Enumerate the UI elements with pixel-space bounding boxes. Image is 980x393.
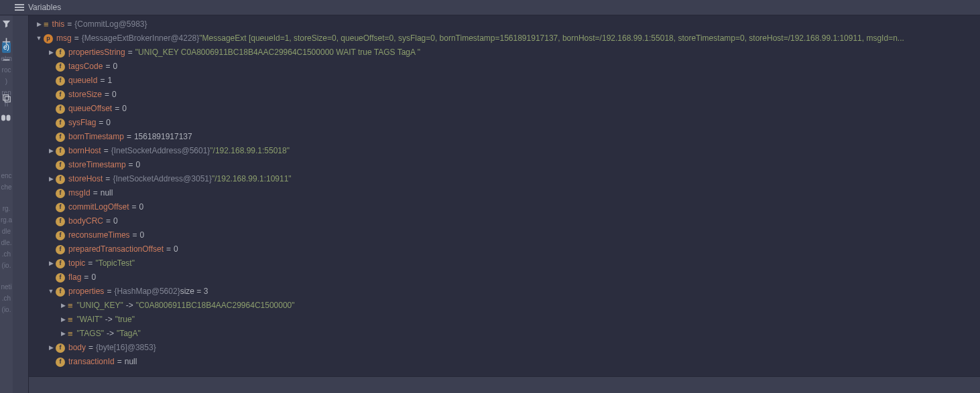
svg-rect-2 — [1, 114, 5, 121]
variable-row[interactable]: ▶fqueueId = 1 — [29, 74, 980, 88]
map-value: "C0A8006911BC18B4AAC29964C1500000" — [136, 299, 295, 313]
variable-row[interactable]: ▶≡"TAGS" -> "TagA" — [29, 327, 980, 341]
variable-row[interactable]: ▼fproperties = {HashMap@5602} size = 3 — [29, 285, 980, 299]
field-badge-icon: f — [56, 273, 65, 283]
numeric-value: 0 — [140, 228, 145, 242]
variable-row[interactable]: ▶≡"WAIT" -> "true" — [29, 313, 980, 327]
variable-name: bornTimestamp — [68, 130, 124, 144]
variable-name: propertiesString — [68, 46, 125, 60]
field-badge-icon: f — [56, 287, 65, 297]
chevron-right-icon[interactable]: ▶ — [46, 341, 56, 355]
field-badge-icon: f — [56, 245, 65, 254]
string-value: "/192.168.99.1:10911" — [212, 172, 292, 186]
map-key: "TAGS" — [77, 327, 104, 341]
inline-icon[interactable] — [1, 112, 11, 123]
svg-rect-0 — [3, 94, 8, 100]
no-arrow: ▶ — [46, 270, 56, 285]
field-badge-icon: f — [56, 90, 65, 100]
chevron-right-icon[interactable]: ▶ — [58, 327, 68, 341]
field-badge-icon: f — [56, 343, 65, 353]
field-badge-icon: f — [56, 133, 65, 142]
chevron-right-icon[interactable]: ▶ — [58, 313, 68, 327]
filter-icon[interactable] — [1, 19, 11, 29]
numeric-value: 0 — [139, 200, 144, 214]
variable-row[interactable]: ▶fpreparedTransactionOffset = 0 — [29, 242, 980, 256]
chevron-down-icon[interactable]: ▼ — [46, 285, 56, 299]
object-summary: {HashMap@5602} — [114, 285, 180, 299]
variable-name: topic — [68, 256, 85, 270]
variable-name: reconsumeTimes — [68, 228, 130, 242]
no-arrow: ▶ — [46, 158, 56, 172]
variable-name: queueOffset — [68, 102, 112, 116]
no-arrow: ▶ — [46, 130, 56, 144]
variable-row[interactable]: ▶freconsumeTimes = 0 — [29, 228, 980, 242]
field-badge-icon: f — [56, 217, 65, 226]
variable-row[interactable]: ▶fstoreTimestamp = 0 — [29, 158, 980, 172]
variable-row[interactable]: ▶fmsgId = null — [29, 186, 980, 200]
variable-name: flag — [68, 270, 81, 285]
variable-row[interactable]: ▶fbodyCRC = 0 — [29, 214, 980, 228]
entry-badge-icon: ≡ — [68, 329, 73, 339]
variable-name: transactionId — [68, 355, 115, 369]
variable-row[interactable]: ▶ftagsCode = 0 — [29, 60, 980, 74]
variable-row[interactable]: ▶fflag = 0 — [29, 270, 980, 285]
entry-badge-icon: ≡ — [68, 301, 73, 311]
object-summary: {InetSocketAddress@3051} — [113, 172, 212, 186]
svg-rect-1 — [5, 96, 10, 102]
copy-icon[interactable] — [1, 93, 11, 103]
variables-tree[interactable]: ▶≡this = {CommitLog@5983}▼pmsg = {Messag… — [29, 15, 980, 393]
object-summary: {InetSocketAddress@5601} — [111, 144, 210, 158]
variable-row[interactable]: ▶fpropertiesString = "UNIQ_KEY C0A800691… — [29, 46, 980, 60]
variable-name: storeSize — [68, 88, 102, 102]
map-key: "UNIQ_KEY" — [77, 299, 123, 313]
no-arrow: ▶ — [46, 60, 56, 74]
chevron-right-icon[interactable]: ▶ — [46, 46, 56, 60]
no-arrow: ▶ — [46, 200, 56, 214]
numeric-value: 0 — [113, 214, 118, 228]
object-summary: {MessageExtBrokerInner@4228} — [82, 31, 200, 46]
no-arrow: ▶ — [46, 242, 56, 256]
variable-row[interactable]: ▼pmsg = {MessageExtBrokerInner@4228} "Me… — [29, 31, 980, 46]
variable-row[interactable]: ▶ftopic = "TopicTest" — [29, 256, 980, 270]
field-badge-icon: f — [56, 147, 65, 156]
chevron-right-icon[interactable]: ▶ — [58, 299, 68, 313]
chevron-right-icon[interactable]: ▶ — [46, 256, 56, 270]
field-badge-icon: f — [56, 189, 65, 198]
numeric-value: 0 — [174, 242, 178, 256]
chevron-right-icon[interactable]: ▶ — [34, 17, 44, 31]
string-value: "MessageExt [queueId=1, storeSize=0, que… — [199, 31, 904, 46]
variable-row[interactable]: ▶fbornHost = {InetSocketAddress@5601} "/… — [29, 144, 980, 158]
remove-watch-icon[interactable] — [1, 55, 11, 65]
chevron-right-icon[interactable]: ▶ — [46, 172, 56, 186]
variable-row[interactable]: ▶fbody = {byte[16]@3853} — [29, 341, 980, 355]
add-watch-icon[interactable] — [1, 37, 11, 47]
no-arrow: ▶ — [46, 88, 56, 102]
variable-row[interactable]: ▶fbornTimestamp = 1561891917137 — [29, 130, 980, 144]
variable-row[interactable]: ▶fsysFlag = 0 — [29, 116, 980, 130]
variable-row[interactable]: ▶ftransactionId = null — [29, 355, 980, 369]
numeric-value: 1561891917137 — [134, 130, 192, 144]
variable-row[interactable]: ▶≡this = {CommitLog@5983} — [29, 17, 980, 31]
variable-name: storeHost — [68, 172, 103, 186]
field-badge-icon: f — [56, 231, 65, 240]
variable-name: msgId — [68, 186, 90, 200]
variables-icon — [15, 4, 24, 11]
variable-name: tagsCode — [68, 60, 103, 74]
chevron-right-icon[interactable]: ▶ — [46, 144, 56, 158]
numeric-value: 0 — [91, 270, 96, 285]
variable-row[interactable]: ▶fqueueOffset = 0 — [29, 102, 980, 116]
string-value: "/192.168.99.1:55018" — [210, 144, 290, 158]
bottom-spacer — [29, 376, 980, 393]
map-value: "TagA" — [117, 327, 141, 341]
variable-name: this — [52, 17, 65, 31]
panel-header: Variables — [0, 0, 980, 15]
field-badge-icon: f — [56, 259, 65, 268]
variable-row[interactable]: ▶fcommitLogOffset = 0 — [29, 200, 980, 214]
self-badge-icon: ≡ — [44, 20, 49, 29]
chevron-down-icon[interactable]: ▼ — [34, 31, 44, 46]
entry-badge-icon: ≡ — [68, 315, 73, 325]
variable-name: properties — [68, 285, 104, 299]
variable-row[interactable]: ▶fstoreSize = 0 — [29, 88, 980, 102]
variable-row[interactable]: ▶≡"UNIQ_KEY" -> "C0A8006911BC18B4AAC2996… — [29, 299, 980, 313]
variable-row[interactable]: ▶fstoreHost = {InetSocketAddress@3051} "… — [29, 172, 980, 186]
